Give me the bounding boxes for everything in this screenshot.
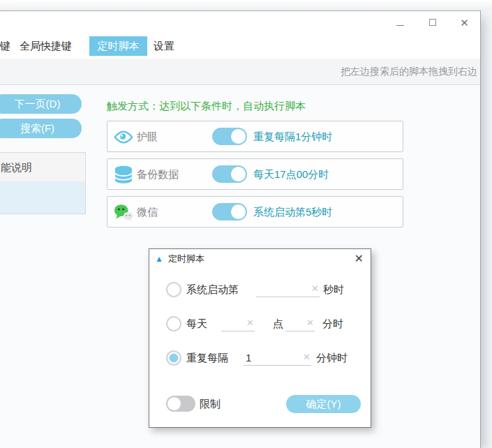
option-daily-time: 每天 ✕ 点 ✕ 分时 — [166, 315, 343, 333]
wechat-icon — [114, 203, 133, 222]
app-window: ✕ 键 全局快捷键 定时脚本 设置 把左边搜索后的脚本拖拽到右边 下一页(D) … — [0, 10, 481, 448]
close-icon: ✕ — [460, 18, 469, 27]
limit-toggle-off[interactable] — [166, 396, 195, 412]
script-row-backup[interactable]: 备份数据 每天17点00分时 — [107, 158, 403, 190]
radio-startup[interactable] — [166, 282, 181, 297]
seconds-input[interactable]: ✕ — [256, 282, 320, 297]
script-toggle-on[interactable] — [212, 165, 247, 183]
tab-hotkey-partial[interactable]: 键 — [0, 36, 10, 56]
tab-settings[interactable]: 设置 — [154, 36, 174, 56]
dialog-titlebar: ▲ 定时脚本 ✕ — [149, 249, 371, 269]
maximize-button[interactable] — [428, 18, 437, 27]
sidebar-list: 能说明 — [0, 152, 86, 214]
interval-input[interactable]: 1 ✕ — [244, 350, 311, 366]
tab-timed-scripts[interactable]: 定时脚本 — [89, 36, 147, 56]
clear-icon[interactable]: ✕ — [311, 283, 319, 294]
option-repeat-interval: 重复每隔 1 ✕ 分钟时 — [166, 349, 348, 367]
option-suffix: 秒时 — [323, 283, 344, 297]
app-logo-icon: ▲ — [155, 255, 163, 263]
script-row-wechat[interactable]: 微信 系统启动第5秒时 — [107, 196, 403, 227]
dialog-footer: 限制 确定(Y) — [166, 395, 355, 413]
option-startup-seconds: 系统启动第 ✕ 秒时 — [166, 281, 344, 299]
radio-daily[interactable] — [166, 316, 181, 331]
subheader-band: 把左边搜索后的脚本拖拽到右边 — [0, 59, 480, 85]
minimize-icon — [396, 25, 404, 26]
option-suffix: 分钟时 — [316, 352, 348, 365]
script-row-eye-care[interactable]: 护眼 重复每隔1分钟时 — [107, 121, 403, 152]
next-page-button[interactable]: 下一页(D) — [0, 94, 82, 114]
screen: ✕ 键 全局快捷键 定时脚本 设置 把左边搜索后的脚本拖拽到右边 下一页(D) … — [0, 0, 492, 448]
script-schedule: 系统启动第5秒时 — [253, 197, 332, 227]
database-icon — [114, 165, 133, 184]
ok-button[interactable]: 确定(Y) — [286, 395, 361, 413]
option-prefix: 重复每隔 — [186, 352, 228, 365]
limit-label: 限制 — [200, 395, 221, 413]
option-prefix: 系统启动第 — [186, 283, 239, 297]
eye-icon — [114, 128, 133, 147]
window-controls: ✕ — [396, 16, 469, 29]
clear-icon[interactable]: ✕ — [306, 318, 314, 328]
hour-input[interactable]: ✕ — [221, 316, 255, 331]
drag-hint-text: 把左边搜索后的脚本拖拽到右边 — [341, 59, 477, 84]
tab-global-hotkeys[interactable]: 全局快捷键 — [20, 36, 72, 56]
timed-script-dialog: ▲ 定时脚本 ✕ 系统启动第 ✕ 秒时 每天 ✕ 点 — [149, 248, 371, 428]
script-toggle-on[interactable] — [212, 203, 247, 221]
clear-icon[interactable]: ✕ — [246, 318, 254, 328]
list-item-selected[interactable] — [0, 181, 85, 214]
script-name: 微信 — [137, 197, 158, 227]
minimize-button[interactable] — [396, 18, 405, 27]
script-toggle-on[interactable] — [212, 128, 247, 145]
dialog-close-button[interactable]: ✕ — [355, 252, 364, 265]
interval-value: 1 — [246, 352, 251, 364]
close-button[interactable]: ✕ — [460, 18, 469, 27]
script-name: 护眼 — [137, 121, 158, 151]
option-mid-label: 点 — [273, 318, 283, 331]
option-prefix: 每天 — [186, 318, 207, 331]
list-item[interactable]: 能说明 — [0, 153, 85, 181]
script-schedule: 重复每隔1分钟时 — [253, 121, 332, 151]
clear-icon[interactable]: ✕ — [303, 352, 311, 362]
desktop-top-strip — [0, 0, 492, 10]
minute-input[interactable]: ✕ — [285, 316, 315, 331]
trigger-mode-title: 触发方式：达到以下条件时，自动执行脚本 — [107, 100, 306, 113]
dialog-title: 定时脚本 — [168, 253, 204, 265]
search-button[interactable]: 搜索(F) — [0, 119, 82, 138]
maximize-icon — [429, 19, 436, 26]
script-name: 备份数据 — [137, 159, 179, 189]
script-schedule: 每天17点00分时 — [253, 159, 329, 189]
option-suffix: 分时 — [322, 318, 343, 331]
radio-repeat-selected[interactable] — [166, 350, 181, 366]
